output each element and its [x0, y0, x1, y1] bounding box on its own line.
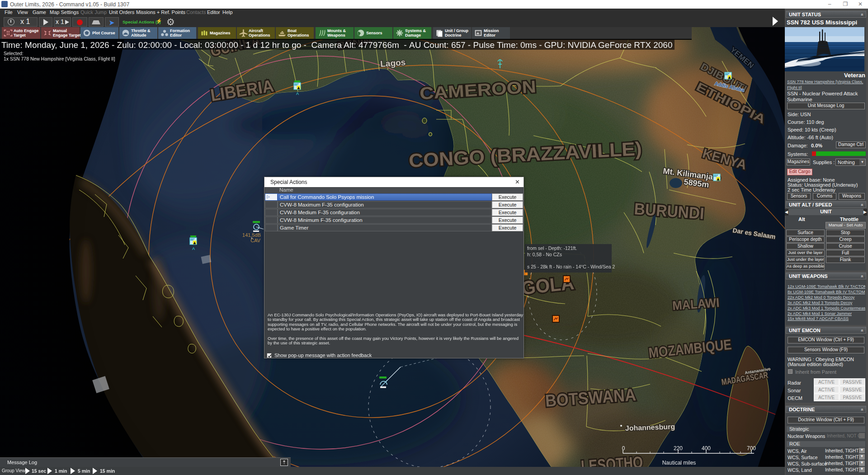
svg-text:0: 0: [622, 445, 625, 451]
svg-text:700: 700: [747, 445, 756, 451]
svg-text:400: 400: [702, 445, 711, 451]
svg-text:Lagos: Lagos: [380, 57, 406, 69]
svg-text:from sel - Depth: -121ft.: from sel - Depth: -121ft.: [527, 245, 577, 251]
svg-text:Nautical miles: Nautical miles: [662, 460, 696, 466]
svg-text:141,5dB: 141,5dB: [242, 232, 261, 238]
svg-text:CAV: CAV: [250, 238, 260, 243]
svg-text:A: A: [192, 246, 195, 251]
svg-text:h: 0,58 - No CZs: h: 0,58 - No CZs: [527, 252, 562, 257]
svg-text:s 25 - 28k ft - No rain - 14°C: s 25 - 28k ft - No rain - 14°C - Wind/Se…: [527, 264, 615, 269]
svg-text:220: 220: [674, 445, 683, 451]
svg-text:A: A: [296, 91, 299, 96]
